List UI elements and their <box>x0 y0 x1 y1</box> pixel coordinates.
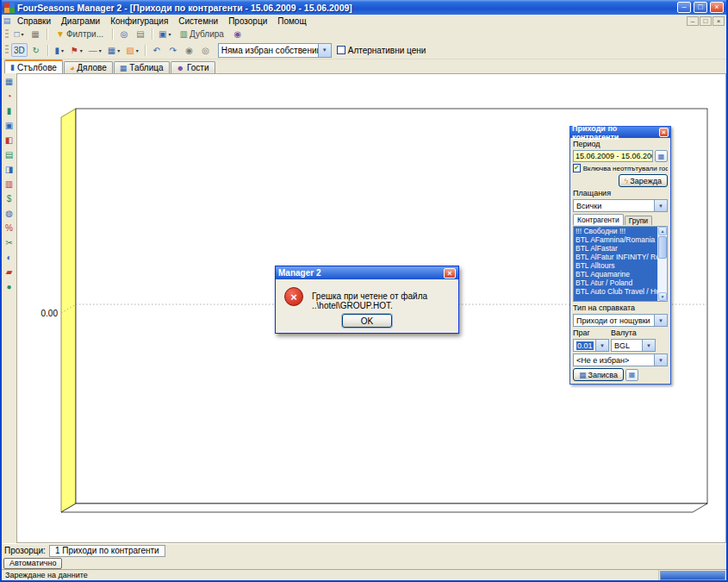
copy-button[interactable]: ▣ ▾ <box>156 28 173 41</box>
line-style-button[interactable]: — ▾ <box>86 43 104 57</box>
pie-chart-tool-icon[interactable]: ◔ <box>3 91 16 102</box>
menu-reports[interactable]: Справки <box>12 16 56 26</box>
disc-tool-icon[interactable]: ◍ <box>3 208 16 219</box>
list-item[interactable]: !!! Свободни !!! <box>574 227 657 235</box>
panel-close-button[interactable]: × <box>659 128 669 137</box>
scroll-track[interactable] <box>658 260 667 292</box>
currency-tool-icon[interactable]: $ <box>3 193 16 204</box>
marks-button[interactable]: ⚑ ▾ <box>68 43 85 57</box>
depth-options-button[interactable]: ▧ ▾ <box>123 43 140 57</box>
list-item[interactable]: BTL AlFastar <box>574 244 657 253</box>
grid-tool-icon[interactable]: ▦ <box>3 76 16 87</box>
owner-combobox[interactable]: Няма избран собственици ▼ <box>218 43 332 58</box>
percent-tool-icon[interactable]: % <box>3 222 16 234</box>
grid-options-button[interactable]: ▦ ▾ <box>105 43 122 57</box>
load-button[interactable]: ϟ Зарежда <box>619 174 668 187</box>
extra-combobox[interactable]: <Не е избран> ▼ <box>573 354 668 366</box>
table-small-icon[interactable]: ▦ <box>625 369 638 381</box>
print-preview-button[interactable]: ◎ <box>116 28 132 41</box>
mdi-restore-button[interactable]: □ <box>700 16 712 26</box>
3d-toggle-button[interactable]: 3D <box>11 43 28 57</box>
split-left-tool-icon[interactable]: ◧ <box>3 135 16 146</box>
menu-configuration[interactable]: Конфигурация <box>105 16 173 26</box>
menu-system[interactable]: Системни <box>173 16 223 26</box>
split-right-tool-icon[interactable]: ◨ <box>3 164 16 175</box>
list-item[interactable]: BTL Auto Club Travel / Hunga <box>574 287 657 296</box>
chevron-down-icon[interactable]: ▼ <box>595 340 608 351</box>
alt-prices-checkbox[interactable] <box>337 46 345 54</box>
tab-shares[interactable]: ◕ Дялове <box>64 61 113 73</box>
filters-button[interactable]: ▼ Филтри... <box>51 28 109 41</box>
mdi-close-button[interactable]: × <box>712 16 725 26</box>
contrast-tool-icon[interactable]: ◐ <box>3 252 16 263</box>
dialog-close-button[interactable]: × <box>444 268 456 278</box>
rotate-chart-button[interactable]: ↻ <box>28 43 44 57</box>
image-export-button[interactable]: ◉ <box>230 28 246 41</box>
list-tool-icon[interactable]: ▤ <box>3 149 16 160</box>
scroll-thumb[interactable] <box>658 236 667 259</box>
list-item[interactable]: BTL Atur / Poland <box>574 278 657 287</box>
list-scrollbar[interactable]: ▲ ▼ <box>657 227 667 301</box>
list-item[interactable]: BTL Alltours <box>574 261 657 270</box>
bullet-tool-icon[interactable]: ● <box>3 281 16 292</box>
payments-combobox[interactable]: Всички ▼ <box>573 199 668 212</box>
print-button[interactable]: ▤ <box>133 28 148 41</box>
close-button[interactable]: × <box>710 2 724 13</box>
list-items: !!! Свободни !!! BTL AFamnina/Romania BT… <box>574 227 657 301</box>
toolbar-grip[interactable] <box>5 29 9 40</box>
period-input[interactable]: 15.06.2009 - 15.06.2009 <box>573 150 653 162</box>
chevron-down-icon[interactable]: ▼ <box>654 200 667 211</box>
redo-button[interactable]: ↷ <box>165 43 181 57</box>
tab-table[interactable]: ▦ Таблица <box>114 61 170 73</box>
zoom-out-button[interactable]: ◎ <box>198 43 214 57</box>
rows-tool-icon[interactable]: ▥ <box>3 178 16 190</box>
chart-type-button[interactable]: ▮ ▾ <box>52 43 67 57</box>
tab-guests[interactable]: ☻ Гости <box>171 61 215 73</box>
threshold-currency-row: 0.01 ▼ BGL ▼ <box>573 339 668 352</box>
zoom-in-button[interactable]: ◉ <box>182 43 197 57</box>
tab-contragents[interactable]: Контрагенти <box>573 214 624 225</box>
threshold-input[interactable]: 0.01 ▼ <box>573 339 609 352</box>
panel-title-bar[interactable]: Приходи по контрагенти × <box>570 127 670 138</box>
new-report-button[interactable]: □ ▾ <box>11 28 27 41</box>
report-tool-icon[interactable]: ▣ <box>3 120 16 131</box>
dialog-title-bar[interactable]: Manager 2 × <box>276 266 458 279</box>
tab-columns[interactable]: ▮ Стълбове <box>4 59 63 73</box>
automatic-button[interactable]: Автоматично <box>3 558 62 569</box>
list-item[interactable]: BTL AlFatur INFINITY/ Romani <box>574 253 657 261</box>
window-tab-revenue[interactable]: 1 Приходи по контрагенти <box>49 545 165 557</box>
contragents-listbox[interactable]: !!! Свободни !!! BTL AFamnina/Romania BT… <box>573 226 668 302</box>
threshold-value: 0.01 <box>574 341 595 350</box>
chevron-down-icon[interactable]: ▼ <box>642 340 655 351</box>
chevron-down-icon[interactable]: ▼ <box>318 44 331 57</box>
toolbar-grip[interactable] <box>5 45 9 55</box>
menu-windows[interactable]: Прозорци <box>223 16 272 26</box>
chevron-down-icon[interactable]: ▼ <box>654 315 667 326</box>
menu-diagrams[interactable]: Диаграми <box>56 16 105 26</box>
list-item[interactable]: BTL AFamnina/Romania <box>574 235 657 244</box>
include-guests-checkbox[interactable]: ✔ <box>573 164 581 172</box>
chevron-down-icon[interactable]: ▼ <box>654 354 667 366</box>
owner-combobox-value: Няма избран собственици <box>219 46 318 55</box>
calendar-icon[interactable]: ▦ <box>655 150 668 162</box>
currency-combobox[interactable]: BGL ▼ <box>611 339 656 352</box>
minimize-button[interactable]: – <box>677 2 691 13</box>
save-button[interactable]: ▦ <box>28 28 43 41</box>
list-item[interactable] <box>574 296 657 301</box>
gradient-tool-icon[interactable]: ▰ <box>3 266 16 278</box>
bar-chart-tool-icon[interactable]: ▮ <box>3 105 16 116</box>
scroll-up-icon[interactable]: ▲ <box>658 227 667 235</box>
report-type-combobox[interactable]: Приходи от нощувки ▼ <box>573 314 668 327</box>
ok-button[interactable]: OK <box>342 314 392 328</box>
scroll-down-icon[interactable]: ▼ <box>658 292 667 301</box>
undo-button[interactable]: ↶ <box>149 43 165 57</box>
duplicate-button[interactable]: ▥ Дублира <box>174 28 228 41</box>
list-item[interactable]: BTL Aquamarine <box>574 270 657 278</box>
mdi-minimize-button[interactable]: – <box>687 16 699 26</box>
tab-groups[interactable]: Групи <box>625 216 652 225</box>
save-report-button[interactable]: ▦ Записва <box>573 368 624 381</box>
automatic-row: Автоматично <box>2 557 726 569</box>
restore-button[interactable]: □ <box>694 2 707 13</box>
cut-tool-icon[interactable]: ✂ <box>3 237 16 248</box>
menu-help[interactable]: Помощ <box>272 16 311 26</box>
